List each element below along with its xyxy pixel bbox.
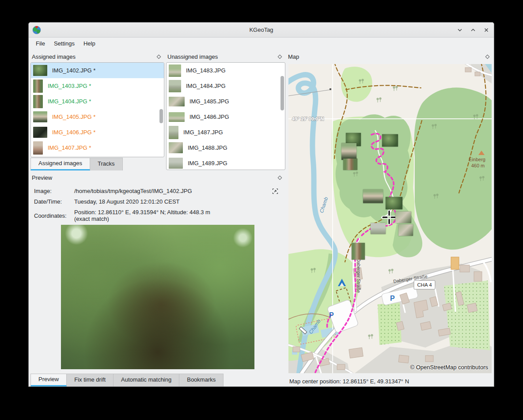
image-thumbnail <box>169 97 185 106</box>
image-thumbnail <box>169 158 183 169</box>
map-drawing: 49° 19' 00.0"N <box>288 64 492 373</box>
image-filename: IMG_1405.JPG * <box>52 114 95 120</box>
unassigned-image-row[interactable]: IMG_1485.JPG <box>167 94 285 109</box>
unassigned-image-row[interactable]: IMG_1487.JPG <box>167 125 285 140</box>
preview-panel: Preview Image: /home/tobias/tmp/kgeotagT… <box>30 172 285 374</box>
river-label-upper: Chamb <box>318 196 329 214</box>
assigned-image-row[interactable]: IMG_1406.JPG * <box>31 125 164 140</box>
map-view[interactable]: 49° 19' 00.0"N <box>288 64 492 373</box>
parking-icon: P <box>329 311 334 319</box>
image-thumbnail <box>33 79 43 93</box>
unassigned-images-list: IMG_1483.JPG IMG_1484.JPG IMG_1485.JPG I… <box>166 62 285 170</box>
image-filename: IMG_1407.JPG * <box>48 144 91 151</box>
tab-fix-time-drift[interactable]: Fix time drift <box>67 374 114 386</box>
title-bar[interactable]: KGeoTag <box>29 23 494 38</box>
image-filename: IMG_1404.JPG * <box>48 98 91 105</box>
coordinates-field-label: Coordinates: <box>34 212 74 219</box>
kgeotag-app-icon <box>33 26 41 34</box>
open-fullscreen-icon[interactable] <box>272 188 278 194</box>
image-filename: IMG_1483.JPG <box>186 67 226 74</box>
window-title: KGeoTag <box>249 26 273 33</box>
assigned-image-row[interactable]: IMG_1402.JPG * <box>31 63 164 78</box>
map-panel: Map <box>287 51 493 386</box>
dock-float-icon[interactable] <box>157 54 161 59</box>
maximize-icon[interactable] <box>470 27 476 33</box>
map-center-status: Map center position: 12.86115° E, 49.313… <box>289 378 409 385</box>
unassigned-list-scrollbar[interactable] <box>280 76 284 110</box>
image-filename: IMG_1486.JPG <box>189 114 229 120</box>
image-filename: IMG_1489.JPG <box>188 160 227 166</box>
unassigned-image-row[interactable]: IMG_1483.JPG <box>167 63 285 78</box>
image-filename: IMG_1488.JPG <box>188 144 227 151</box>
road-ref-badge: CHA 4 <box>414 280 435 289</box>
assigned-images-panel: Assigned images IMG_1402.JPG * IMG_1403.… <box>30 51 164 157</box>
image-thumbnail <box>169 64 181 77</box>
unassigned-images-panel: Unassigned images IMG_1483.JPG IMG_1484.… <box>166 51 285 170</box>
image-thumbnail <box>33 111 47 122</box>
map-photo-thumbnail[interactable] <box>382 134 398 147</box>
menu-file[interactable]: File <box>31 39 49 48</box>
assigned-image-row[interactable]: IMG_1403.JPG * <box>31 78 164 94</box>
unassigned-image-row[interactable]: IMG_1484.JPG <box>167 78 285 94</box>
map-panel-title: Map <box>288 53 299 60</box>
unassigned-image-row[interactable]: IMG_1486.JPG <box>167 109 285 125</box>
image-filename: IMG_1402.JPG * <box>52 67 95 74</box>
map-photo-thumbnail[interactable] <box>352 243 365 260</box>
image-field-label: Image: <box>34 188 74 194</box>
left-dock-tabs: Assigned images Tracks <box>30 158 123 170</box>
peak-elevation-label: 460 m <box>471 163 485 168</box>
unassigned-image-row[interactable]: IMG_1488.JPG <box>167 140 285 155</box>
menu-help[interactable]: Help <box>79 39 100 48</box>
coordinates-value: Position: 12.86110° E, 49.31594° N; Alti… <box>74 209 210 216</box>
map-photo-thumbnail[interactable] <box>341 143 356 160</box>
image-filename: IMG_1487.JPG <box>183 129 223 136</box>
preview-panel-title: Preview <box>32 174 52 181</box>
map-photo-thumbnail[interactable] <box>371 223 386 234</box>
close-icon[interactable] <box>483 27 489 33</box>
image-filename: IMG_1403.JPG * <box>48 83 91 89</box>
tab-tracks[interactable]: Tracks <box>90 158 123 170</box>
tab-bookmarks[interactable]: Bookmarks <box>179 374 224 386</box>
map-photo-thumbnail[interactable] <box>363 189 383 203</box>
preview-photo <box>61 225 254 369</box>
map-photo-thumbnail[interactable] <box>398 224 413 236</box>
assigned-list-scrollbar[interactable] <box>159 109 163 123</box>
image-thumbnail <box>169 112 185 122</box>
dock-float-icon[interactable] <box>278 175 282 180</box>
menu-settings[interactable]: Settings <box>49 39 79 48</box>
unassigned-image-row[interactable]: IMG_1489.JPG <box>167 155 285 170</box>
bottom-dock-tabs: Preview Fix time drift Automatic matchin… <box>30 374 224 386</box>
assigned-image-row[interactable]: IMG_1407.JPG * <box>31 140 164 155</box>
tab-assigned-images[interactable]: Assigned images <box>30 158 90 170</box>
map-attribution: © OpenStreetMap contributors <box>410 364 489 371</box>
tab-automatic-matching[interactable]: Automatic matching <box>114 374 179 386</box>
street-label-vertical: Daberger Straße <box>356 258 361 293</box>
unassigned-panel-title: Unassigned images <box>167 53 218 60</box>
road-ref-label: CHA 4 <box>417 282 432 288</box>
image-thumbnail <box>169 80 181 92</box>
image-thumbnail <box>169 126 178 139</box>
map-photo-thumbnail[interactable] <box>343 159 357 170</box>
peak-name-label: Einberg <box>469 157 485 162</box>
assigned-images-list: IMG_1402.JPG * IMG_1403.JPG * IMG_1404.J… <box>30 62 164 157</box>
assigned-panel-title: Assigned images <box>32 53 76 60</box>
dock-float-icon[interactable] <box>485 54 490 59</box>
assigned-image-row[interactable]: IMG_1404.JPG * <box>31 94 164 109</box>
minimize-icon[interactable] <box>457 27 463 33</box>
tab-preview[interactable]: Preview <box>30 374 67 386</box>
assigned-image-row[interactable]: IMG_1405.JPG * <box>31 109 164 125</box>
datetime-value: Tuesday, 18 August 2020 12:01:20 CEST <box>74 198 180 205</box>
kgeotag-window: KGeoTag File Settings Help Assigned imag… <box>28 22 494 387</box>
image-thumbnail <box>169 142 183 153</box>
map-photo-thumbnail[interactable] <box>386 197 402 209</box>
map-photo-thumbnail[interactable] <box>395 212 411 223</box>
image-thumbnail <box>33 141 43 155</box>
graticule-latitude-label: 49° 19' 00.0"N <box>292 116 324 121</box>
image-thumbnail <box>33 65 47 76</box>
menu-bar: File Settings Help <box>29 38 494 49</box>
image-path-value: /home/tobias/tmp/kgeotagTest/IMG_1402.JP… <box>74 188 192 194</box>
coordinates-match-note: (exact match) <box>74 216 210 222</box>
image-thumbnail <box>33 95 43 108</box>
image-filename: IMG_1485.JPG <box>189 98 229 105</box>
dock-float-icon[interactable] <box>278 54 282 59</box>
